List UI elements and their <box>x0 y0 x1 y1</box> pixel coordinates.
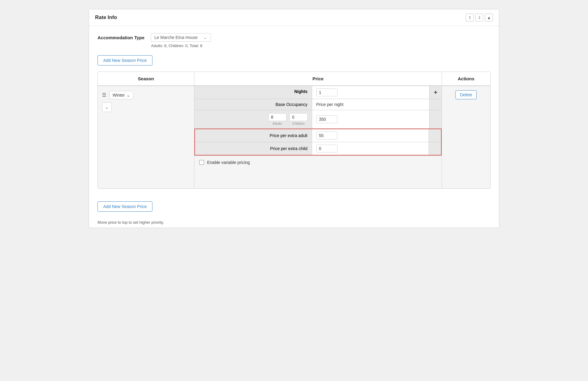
children-input-group: Children <box>289 113 308 125</box>
bottom-section: Add New Season Price Move price to top t… <box>89 196 499 228</box>
actions-column-header: Actions <box>442 72 490 85</box>
extra-child-label: Price per extra child <box>195 142 312 155</box>
move-down-button[interactable]: ⇩ <box>475 14 483 21</box>
rate-info-card: Rate Info ⇧ ⇩ ▲ Accommodation Type Le Ma… <box>89 9 499 228</box>
card-title: Rate Info <box>95 14 117 21</box>
extra-adult-input-cell <box>312 129 429 142</box>
footer-note: Move price to top to set higher priority… <box>97 220 491 225</box>
chevron-down-icon: ⌄ <box>126 93 130 98</box>
season-column-header: Season <box>98 72 194 85</box>
price-col: Nights + Base Occupancy <box>194 86 442 188</box>
extra-adult-input[interactable] <box>316 132 337 139</box>
occupancy-inputs-left: Adults Children <box>194 110 312 128</box>
children-input[interactable] <box>289 113 308 121</box>
chevron-down-icon: ⌄ <box>203 35 207 40</box>
accommodation-row: Accommodation Type Le Marche Etna House … <box>97 33 491 48</box>
variable-pricing-label: Enable variable pricing <box>207 160 250 165</box>
season-col: ☰ Winter ⌄ ⌄ <box>98 86 194 188</box>
nights-label: Nights <box>194 86 312 99</box>
delete-button[interactable]: Delete <box>455 90 477 99</box>
extra-adult-add-placeholder <box>429 129 441 142</box>
extra-child-input-cell <box>312 142 429 155</box>
season-select-dropdown[interactable]: Winter ⌄ <box>109 91 133 99</box>
table-header: Season Price Actions <box>98 72 490 86</box>
base-occupancy-label: Base Occupancy <box>194 99 312 110</box>
price-column-header: Price <box>194 72 442 85</box>
season-col-top: ☰ Winter ⌄ <box>102 91 190 99</box>
card-header: Rate Info ⇧ ⇩ ▲ <box>89 9 499 26</box>
accommodation-type-dropdown[interactable]: Le Marche Etna House ⌄ <box>151 33 211 42</box>
season-value: Winter <box>113 93 125 98</box>
base-occupancy-header-row: Base Occupancy Price per night <box>194 99 442 110</box>
accommodation-dropdown-value: Le Marche Etna House <box>155 35 198 40</box>
price-per-night-input[interactable] <box>316 115 337 123</box>
add-nights-button[interactable]: + <box>430 86 442 99</box>
children-label: Children <box>292 122 305 125</box>
price-per-night-label: Price per night <box>316 102 344 107</box>
accommodation-right: Le Marche Etna House ⌄ Adults: 8, Childr… <box>151 33 211 48</box>
chevron-down-icon: ⌄ <box>105 105 109 110</box>
season-table: Season Price Actions ☰ Winter ⌄ ⌄ <box>97 72 491 189</box>
extra-pricing-section: Price per extra adult Price per extra ch… <box>194 129 442 155</box>
variable-pricing-row: Enable variable pricing <box>194 155 442 169</box>
collapse-button[interactable]: ▲ <box>485 14 493 21</box>
move-up-button[interactable]: ⇧ <box>466 14 474 21</box>
table-row: ☰ Winter ⌄ ⌄ Nights <box>98 86 490 188</box>
price-night-add-placeholder <box>430 110 442 128</box>
occupancy-inputs-row: Adults Children <box>194 110 442 129</box>
price-per-night-label-cell: Price per night <box>312 99 430 110</box>
season-expand-button[interactable]: ⌄ <box>102 102 112 112</box>
extra-adult-label: Price per extra adult <box>195 129 312 142</box>
extra-child-row: Price per extra child <box>195 142 441 155</box>
price-inner: Nights + Base Occupancy <box>194 86 442 169</box>
price-per-night-input-cell <box>312 110 430 128</box>
extra-adult-row: Price per extra adult <box>195 129 441 142</box>
card-body: Accommodation Type Le Marche Etna House … <box>89 26 499 196</box>
variable-pricing-checkbox[interactable] <box>199 160 204 165</box>
header-controls: ⇧ ⇩ ▲ <box>466 14 493 21</box>
accommodation-info: Adults: 8, Children: 0, Total: 8 <box>151 43 211 48</box>
adults-input-group: Adults <box>268 113 286 125</box>
extra-child-add-placeholder <box>429 142 441 155</box>
nights-input-cell <box>312 86 430 99</box>
accommodation-label: Accommodation Type <box>97 33 145 40</box>
add-season-price-bottom-button[interactable]: Add New Season Price <box>97 201 152 212</box>
actions-col: Delete <box>442 86 490 188</box>
extra-child-input[interactable] <box>316 145 337 152</box>
nights-row: Nights + <box>194 86 442 99</box>
base-occ-add-placeholder <box>430 99 442 110</box>
add-season-price-top-button[interactable]: Add New Season Price <box>97 55 152 66</box>
nights-input[interactable] <box>316 88 337 96</box>
drag-handle-icon[interactable]: ☰ <box>102 93 106 98</box>
adults-label: Adults <box>273 122 282 125</box>
plus-icon: + <box>434 89 437 96</box>
adults-input[interactable] <box>268 113 286 121</box>
